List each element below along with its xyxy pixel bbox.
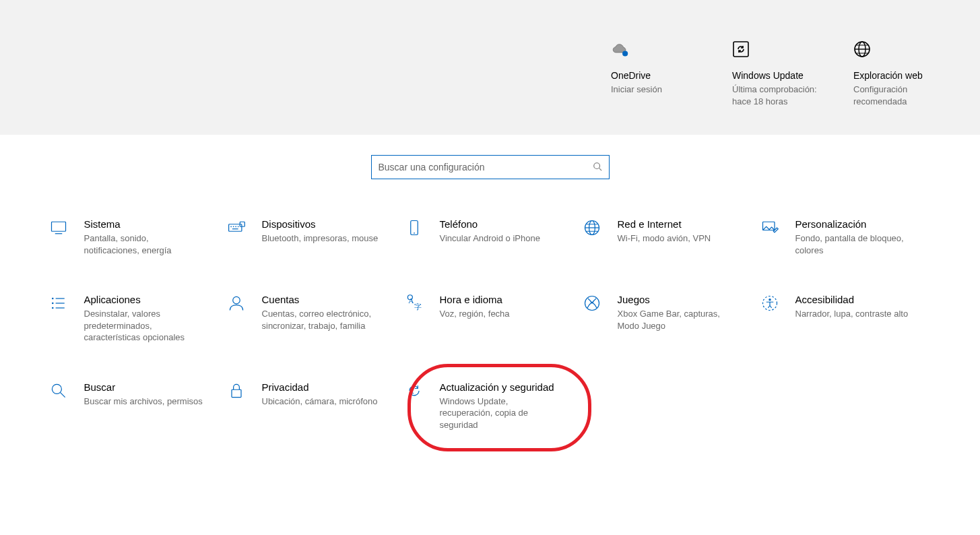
category-apps[interactable]: AplicacionesDesinstalar, valores predete… — [49, 294, 220, 344]
category-desc: Buscar mis archivos, permisos — [84, 396, 203, 408]
header-bar: OneDrive Iniciar sesión Windows Update Ú… — [0, 0, 980, 135]
svg-line-6 — [599, 168, 601, 170]
category-desc: Vincular Android o iPhone — [440, 232, 540, 245]
category-title: Sistema — [84, 218, 205, 230]
svg-point-28 — [232, 296, 240, 304]
tile-subtitle: Última comprobación: hace 18 horas — [732, 84, 826, 107]
category-desc: Cuentas, correo electrónico, sincronizar… — [262, 308, 383, 332]
svg-point-0 — [622, 51, 628, 56]
category-network[interactable]: Red e InternetWi-Fi, modo avión, VPN — [583, 218, 754, 256]
tile-windows-update[interactable]: Windows Update Última comprobación: hace… — [732, 38, 826, 107]
category-desc: Wi-Fi, modo avión, VPN — [618, 232, 711, 245]
tile-title: OneDrive — [611, 70, 705, 81]
category-desc: Ubicación, cámara, micrófono — [262, 396, 378, 408]
category-gaming[interactable]: JuegosXbox Game Bar, capturas, Modo Jueg… — [583, 294, 754, 344]
category-title: Teléfono — [440, 218, 540, 230]
paint-icon — [760, 218, 781, 239]
category-privacy[interactable]: PrivacidadUbicación, cámara, micrófono — [227, 381, 398, 431]
magnifier-icon — [49, 381, 69, 402]
tile-title: Exploración web — [853, 70, 948, 81]
monitor-icon — [49, 218, 69, 239]
accessibility-icon — [760, 294, 781, 315]
category-desc: Desinstalar, valores predeterminados, ca… — [84, 308, 205, 344]
category-title: Red e Internet — [618, 218, 711, 230]
tile-subtitle: Configuración recomendada — [853, 84, 948, 107]
list-icon — [49, 294, 69, 315]
category-title: Personalización — [795, 218, 917, 230]
category-accounts[interactable]: CuentasCuentas, correo electrónico, sinc… — [227, 294, 398, 344]
tile-title: Windows Update — [732, 70, 826, 81]
category-desc: Narrador, lupa, contraste alto — [795, 308, 909, 320]
search-input[interactable] — [377, 161, 593, 173]
category-title: Hora e idioma — [440, 294, 510, 305]
svg-point-5 — [593, 162, 599, 168]
update-badge-icon — [732, 38, 826, 61]
tile-web-browsing[interactable]: Exploración web Configuración recomendad… — [853, 38, 948, 107]
svg-point-34 — [769, 298, 771, 301]
category-desc: Pantalla, sonido, notificaciones, energí… — [84, 232, 205, 256]
svg-text:字: 字 — [414, 303, 422, 311]
globe-icon — [583, 218, 603, 239]
tile-subtitle: Iniciar sesión — [611, 84, 705, 96]
xbox-icon — [583, 294, 603, 315]
category-system[interactable]: SistemaPantalla, sonido, notificaciones,… — [49, 218, 220, 256]
category-phone[interactable]: TeléfonoVincular Android o iPhone — [405, 218, 576, 256]
svg-text:A: A — [408, 296, 414, 305]
person-icon — [227, 294, 247, 315]
category-title: Aplicaciones — [84, 294, 205, 305]
category-title: Actualización y seguridad — [440, 381, 561, 393]
category-title: Juegos — [618, 294, 739, 305]
category-title: Accesibilidad — [795, 294, 909, 305]
lock-icon — [227, 381, 247, 402]
category-update-security[interactable]: Actualización y seguridadWindows Update,… — [405, 381, 576, 431]
category-desc: Windows Update, recuperación, copia de s… — [440, 396, 561, 431]
globe-icon — [853, 38, 948, 61]
phone-icon — [405, 218, 425, 239]
category-desc: Xbox Game Bar, capturas, Modo Juego — [618, 308, 739, 332]
svg-rect-37 — [232, 389, 241, 397]
category-personalization[interactable]: PersonalizaciónFondo, pantalla de bloque… — [760, 218, 932, 256]
svg-line-36 — [60, 392, 65, 397]
sync-icon — [405, 381, 425, 402]
search-settings-box[interactable] — [371, 155, 610, 179]
category-desc: Bluetooth, impresoras, mouse — [262, 232, 379, 245]
category-accessibility[interactable]: AccesibilidadNarrador, lupa, contraste a… — [760, 294, 932, 344]
category-title: Buscar — [84, 381, 203, 393]
category-title: Privacidad — [262, 381, 378, 393]
category-title: Cuentas — [262, 294, 383, 305]
category-desc: Voz, región, fecha — [440, 308, 510, 320]
category-desc: Fondo, pantalla de bloqueo, colores — [795, 232, 917, 256]
svg-point-35 — [52, 384, 61, 394]
keyboard-icon — [227, 218, 247, 239]
svg-rect-1 — [733, 42, 748, 57]
svg-rect-7 — [51, 222, 65, 231]
cloud-icon — [611, 38, 705, 61]
category-time-language[interactable]: A字 Hora e idiomaVoz, región, fecha — [405, 294, 576, 344]
categories-grid: SistemaPantalla, sonido, notificaciones,… — [49, 218, 932, 431]
tile-onedrive[interactable]: OneDrive Iniciar sesión — [611, 38, 705, 107]
category-devices[interactable]: DispositivosBluetooth, impresoras, mouse — [227, 218, 398, 256]
category-search[interactable]: BuscarBuscar mis archivos, permisos — [49, 381, 220, 431]
search-icon — [593, 162, 602, 173]
category-title: Dispositivos — [262, 218, 379, 230]
language-icon: A字 — [405, 294, 425, 315]
